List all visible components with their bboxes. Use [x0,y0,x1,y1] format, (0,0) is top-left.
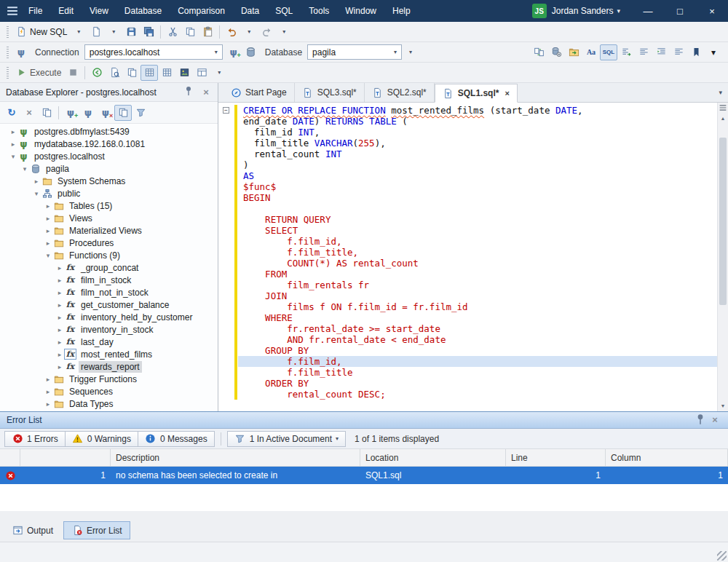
expand-arrow-icon[interactable]: ▸ [32,178,41,185]
code-line[interactable] [238,203,717,214]
expand-arrow-icon[interactable]: ▸ [55,264,64,272]
code-line[interactable]: JOIN [238,290,717,301]
scroll-down-icon[interactable]: ▼ [718,400,728,411]
active-document-filter-button[interactable]: 1 In Active Document ▾ [227,431,346,447]
menu-edit[interactable]: Edit [50,3,82,19]
show-system-objects-icon[interactable] [114,105,132,121]
results-grid-icon[interactable] [141,65,158,81]
column-header-location[interactable]: Location [360,449,506,466]
tree-item-procedures[interactable]: ▸Procedures [0,237,218,249]
user-avatar[interactable]: JS [532,4,547,18]
expand-arrow-icon[interactable]: ▸ [55,314,64,321]
new-sql-caret[interactable]: ▾ [70,24,87,40]
minimize-button[interactable]: — [632,0,664,22]
menu-sql[interactable]: SQL [267,3,301,19]
code-line[interactable]: BEGIN [238,192,717,203]
column-header-icon1[interactable] [20,449,111,466]
code-line[interactable]: f.film_title [238,367,717,378]
close-panel-icon[interactable]: × [708,415,721,425]
save-icon[interactable] [122,24,140,40]
column-header-description[interactable]: Description [111,449,360,466]
filter-icon[interactable] [132,105,149,121]
redo-icon[interactable] [258,24,275,40]
messages-filter-button[interactable]: 0 Messages [138,431,215,447]
tab-start-page[interactable]: Start Page [223,83,295,102]
execute-button[interactable]: Execute [12,65,64,81]
connect-icon[interactable]: ψ [79,105,97,121]
expand-arrow-icon[interactable]: ▸ [44,215,52,222]
tree-item-postgres-localhost[interactable]: ▾ψpostgres.localhost [0,150,218,162]
expand-arrow-icon[interactable]: ▸ [55,351,64,358]
chevron-down-icon[interactable]: ▾ [215,50,218,55]
tree-item-postgres-dbfmylast-5439[interactable]: ▸ψpostgres.dbfmylast:5439 [0,125,218,138]
collapse-arrow-icon[interactable]: ▾ [32,190,41,197]
tree-item-mydatabase-192-168-0-1081[interactable]: ▸ψmydatabase.192.168.0.1081 [0,138,218,150]
indent-icon[interactable] [652,44,670,60]
database-select[interactable]: pagila ▾ [307,44,402,60]
cut-icon[interactable] [164,24,181,40]
code-line[interactable]: rental_count INT [238,149,717,159]
expand-arrow-icon[interactable]: ▸ [44,240,52,247]
expand-arrow-icon[interactable]: ▸ [55,301,64,309]
scrollbar-menu-icon[interactable] [718,103,728,113]
bottom-tab-output[interactable]: Output [4,521,61,539]
pivot-grid-icon[interactable] [158,65,175,81]
tree-item-pagila[interactable]: ▾pagila [0,162,218,175]
code-line[interactable]: f.film_id, [238,236,717,247]
expand-arrow-icon[interactable]: ▸ [44,376,52,383]
format-code-icon[interactable]: Aa [582,44,600,60]
menu-database[interactable]: Database [116,3,170,19]
tree-item-materialized-views[interactable]: ▸Materialized Views [0,224,218,237]
bottom-tab-error-list[interactable]: Error List [63,521,130,539]
tree-item-last-day[interactable]: ▸fxlast_day [0,336,218,348]
tree-item-inventory-in-stock[interactable]: ▸fxinventory_in_stock [0,323,218,336]
stop-icon[interactable] [64,65,82,81]
maximize-button[interactable]: □ [664,0,696,22]
refresh-icon[interactable]: ↻ [3,105,20,121]
code-line[interactable]: film_rentals fr [238,280,717,290]
edit-connection-icon[interactable]: ψ [12,44,30,60]
expand-arrow-icon[interactable]: ▸ [44,202,52,210]
execute-to-file-icon[interactable] [617,44,635,60]
collapse-arrow-icon[interactable]: ▾ [9,153,17,160]
close-button[interactable]: × [696,0,728,22]
code-area[interactable]: CREATE OR REPLACE FUNCTION most_rented_f… [238,105,717,411]
close-panel-icon[interactable]: × [200,87,212,98]
undo-icon[interactable] [223,24,240,40]
tree-item-sequences[interactable]: ▸Sequences [0,385,218,397]
column-header-column[interactable]: Column [606,449,728,466]
code-line[interactable]: FROM [238,269,717,280]
new-schema-comparison-icon[interactable] [530,44,547,60]
expand-arrow-icon[interactable]: ▸ [44,388,52,395]
expand-arrow-icon[interactable]: ▸ [55,289,64,296]
tree-item-functions-9-[interactable]: ▾Functions (9) [0,249,218,261]
menu-help[interactable]: Help [384,3,419,19]
tree-item-rewards-report[interactable]: ▸fxrewards_report [0,360,218,373]
tree-item-film-not-in-stock[interactable]: ▸fxfilm_not_in_stock [0,286,218,298]
code-line[interactable]: films f ON f.film_id = fr.film_id [238,301,717,312]
pin-icon[interactable] [694,413,707,428]
expand-arrow-icon[interactable]: ▸ [9,128,17,135]
chevron-down-icon[interactable]: ▾ [394,50,397,55]
expand-arrow-icon[interactable]: ▸ [55,339,64,346]
code-line[interactable]: SELECT [238,225,717,236]
dropdown-caret-icon[interactable]: ▾ [210,65,228,81]
new-connection-icon[interactable]: ψ+ [62,105,79,121]
pin-icon[interactable] [183,85,194,99]
query-diagram-icon[interactable] [175,65,193,81]
expand-arrow-icon[interactable]: ▸ [44,400,52,408]
warnings-filter-button[interactable]: 0 Warnings [65,431,138,447]
expand-arrow-icon[interactable]: ▸ [9,140,17,148]
collapse-arrow-icon[interactable]: ▾ [20,165,29,173]
tab-sql1-sql-[interactable]: SQL1.sql*× [435,84,518,103]
code-line[interactable]: AND fr.rental_date < end_date [238,334,717,345]
new-document-menu-icon[interactable] [87,24,105,40]
tree-item-views[interactable]: ▸Views [0,212,218,224]
copy-icon[interactable] [181,24,199,40]
errors-filter-button[interactable]: 1 Errors [4,431,66,447]
code-line[interactable]: CREATE OR REPLACE FUNCTION most_rented_f… [238,105,717,116]
toolbar-grip[interactable] [7,26,9,38]
code-line[interactable]: film_id INT, [238,127,717,138]
connection-select[interactable]: postgres.localhost ▾ [84,44,223,60]
dropdown-caret-icon[interactable]: ▾ [240,24,258,40]
